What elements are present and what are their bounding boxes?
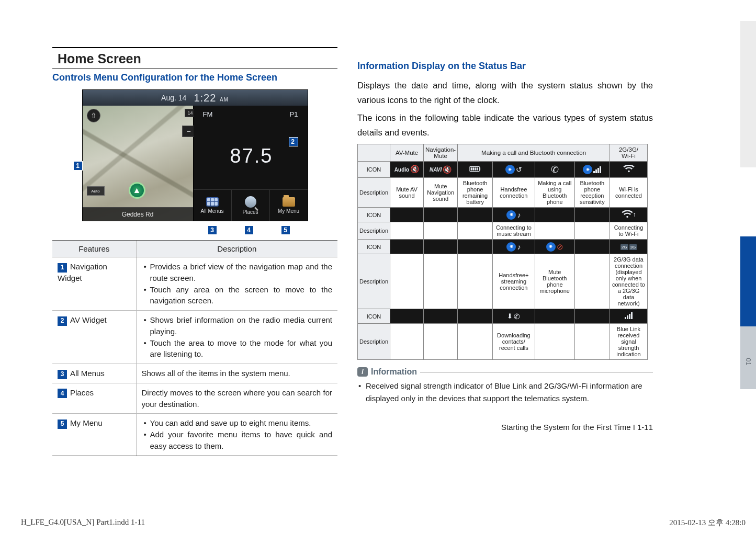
side-gray-tab: 01 bbox=[740, 326, 756, 389]
features-table: Features Description 1Navigation Widget … bbox=[52, 240, 337, 456]
p2: The icons in the following table indicat… bbox=[357, 110, 653, 140]
right-column: Information Display on the Status Bar Di… bbox=[357, 47, 653, 456]
bt-reception-icon: ⁕ bbox=[583, 165, 601, 174]
side-blue-tab bbox=[740, 236, 756, 326]
shot-date: Aug. 14 bbox=[161, 94, 186, 102]
svg-rect-1 bbox=[479, 167, 480, 171]
doc-footer: H_LFE_G4.0[USA_N] Part1.indd 1-11 2015-0… bbox=[21, 518, 746, 528]
footer-right: 2015-02-13 오후 4:28:0 bbox=[669, 518, 746, 528]
radio-freq: 87.5 bbox=[230, 145, 273, 167]
desc-row: Description Downloading contacts/ recent… bbox=[358, 324, 648, 360]
bt-mic-mute-icon: ⁕⊘ bbox=[546, 242, 563, 252]
callout-4: 4 bbox=[244, 225, 254, 235]
table-row: 5My Menu You can add and save up to eigh… bbox=[52, 414, 337, 456]
compass-icon: ⇧ bbox=[87, 109, 100, 122]
av-widget: FM P1 87.5 2 All Menus bbox=[194, 106, 308, 221]
data-2g3g-icon: 2G3G bbox=[620, 244, 637, 250]
places-button: Places bbox=[231, 190, 269, 221]
wifi-icon bbox=[623, 165, 635, 173]
th-features: Features bbox=[52, 241, 136, 257]
left-column: Home Screen Controls Menu Configuration … bbox=[52, 47, 337, 456]
table-row: 4Places Directly moves to the screen whe… bbox=[52, 383, 337, 414]
nav-widget: ⇧ 14 − Auto ▲ Geddes Rd 1 bbox=[83, 106, 194, 221]
page: Home Screen Controls Menu Configuration … bbox=[0, 0, 756, 456]
search-icon bbox=[245, 196, 256, 208]
desc-row: Description Handsfree+ streaming connect… bbox=[358, 254, 648, 309]
allmenus-button: All Menus bbox=[194, 190, 231, 221]
info-header: i Information bbox=[357, 367, 653, 377]
radio-band: FM bbox=[203, 110, 213, 118]
shot-ampm: AM bbox=[220, 97, 229, 103]
info-title: Information bbox=[371, 367, 417, 377]
table-row: 3All Menus Shows all of the items in the… bbox=[52, 364, 337, 383]
mymenu-button: My Menu bbox=[269, 190, 308, 221]
audio-mute-icon: Audio🔇 bbox=[394, 165, 419, 174]
grid-icon bbox=[206, 197, 219, 207]
h2-info-display: Information Display on the Status Bar bbox=[357, 61, 653, 72]
road-label: Geddes Rd bbox=[83, 207, 193, 221]
callout-5: 5 bbox=[281, 225, 290, 235]
table-row: 2AV Widget Shows brief information on th… bbox=[52, 311, 337, 364]
folder-icon bbox=[283, 197, 295, 207]
info-body: Received signal strength indicator of Bl… bbox=[357, 380, 653, 405]
auto-button: Auto bbox=[87, 186, 105, 196]
bt-call-icon: ✆ bbox=[551, 164, 559, 175]
shot-time: 1:22 bbox=[194, 92, 216, 104]
bt-music-icon: ⁕♪ bbox=[506, 210, 521, 220]
vehicle-arrow-icon: ▲ bbox=[129, 182, 145, 199]
h1-home-screen: Home Screen bbox=[52, 49, 337, 69]
bt-handsfree-icon: ⁕↺ bbox=[505, 165, 522, 174]
svg-rect-3 bbox=[473, 167, 475, 171]
page-number: Starting the System for the First Time I… bbox=[357, 423, 653, 432]
bt-hf-stream-icon: ⁕♪ bbox=[506, 242, 521, 252]
radio-preset: P1 bbox=[290, 110, 298, 118]
callout-1: 1 bbox=[73, 161, 83, 171]
wifi-connecting-icon: ↑ bbox=[622, 210, 636, 219]
bluelink-signal-icon bbox=[625, 312, 633, 319]
desc-row: Description Mute AV sound Mute Navigatio… bbox=[358, 178, 648, 208]
icon-row: ICON ⬇✆ bbox=[358, 309, 648, 324]
svg-rect-4 bbox=[475, 167, 476, 171]
home-screen-screenshot: Aug. 14 1:22 AM ⇧ 14 − Auto ▲ Geddes Rd … bbox=[82, 89, 308, 221]
callouts-bottom: 3 4 5 bbox=[82, 225, 308, 235]
icon-row: ICON ⁕♪ ↑ bbox=[358, 208, 648, 222]
svg-rect-5 bbox=[477, 167, 478, 171]
shot-statusbar: Aug. 14 1:22 AM bbox=[83, 90, 308, 106]
status-icon-table: AV-Mute Navigation-Mute Making a call an… bbox=[357, 144, 648, 360]
h2-controls-menu: Controls Menu Configuration for the Home… bbox=[52, 72, 337, 83]
p1: Displays the date and time, along with t… bbox=[357, 78, 653, 107]
callout-3: 3 bbox=[208, 225, 217, 235]
desc-row: Description Connecting to music stream C… bbox=[358, 222, 648, 240]
info-icon: i bbox=[357, 367, 368, 377]
navi-mute-icon: NAVI🔇 bbox=[430, 165, 452, 174]
download-contacts-icon: ⬇✆ bbox=[507, 312, 520, 321]
callout-2: 2 bbox=[289, 137, 298, 146]
icon-row: ICON ⁕♪ ⁕⊘ 2G3G bbox=[358, 240, 648, 254]
th-description: Description bbox=[136, 241, 337, 257]
table-row: 1Navigation Widget Provides a brief view… bbox=[52, 257, 337, 311]
icon-row: ICON Audio🔇 NAVI🔇 ⁕↺ ✆ ⁕ bbox=[358, 162, 648, 178]
footer-left: H_LFE_G4.0[USA_N] Part1.indd 1-11 bbox=[21, 518, 145, 528]
battery-icon bbox=[469, 165, 481, 173]
svg-rect-2 bbox=[471, 167, 472, 171]
side-gray-strip bbox=[740, 21, 756, 167]
